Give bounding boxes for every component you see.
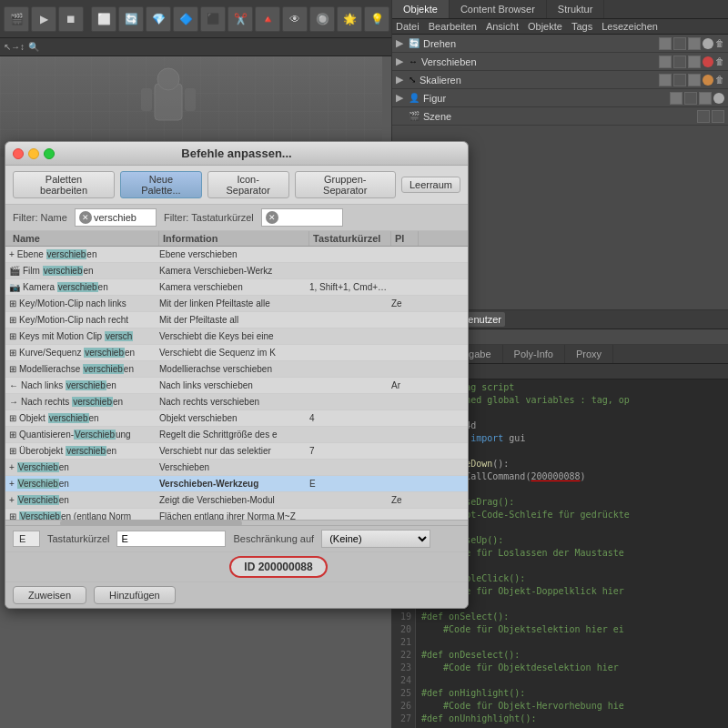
main-area: ↖→↕ 🔍 Befehle anpassen. [0,0,391,728]
shortcut-input[interactable] [116,531,226,547]
shortcut-label: Tastaturkürzel [47,533,109,544]
dialog-titlebar: Befehle anpassen... [5,142,468,166]
table-row[interactable]: ⊞Key/Motion-Clip nach links Mit der link… [5,296,468,312]
table-row[interactable]: 🎬Film verschieben Kamera Verschieben-Wer… [5,263,468,279]
dialog-toolbar: Paletten bearbeiten Neue Palette... Icon… [5,166,468,205]
table-row[interactable]: ←Nach links verschieben Nach links versc… [5,378,468,394]
filter-key-clear[interactable]: ✕ [266,211,278,224]
table-row[interactable]: ⊞Überobjekt verschieben Verschiebt nur d… [5,443,468,460]
column-info: Information [159,231,309,246]
svg-rect-3 [141,88,152,111]
table-row[interactable]: ⊞Key/Motion-Clip nach recht Mit der Pfei… [5,312,468,329]
object-row-szene[interactable]: ▶ 🎬 Szene [392,107,728,126]
mini-toolbar: ↖→↕ 🔍 [0,38,391,56]
minimize-button[interactable] [28,148,39,159]
leerraum-button[interactable]: Leerraum [401,177,460,193]
object-row-verschieben[interactable]: ▶ ↔ Verschieben 🗑 [392,53,728,71]
table-row[interactable]: ⊞Keys mit Motion Clip versch Verschiebt … [5,329,468,345]
column-pl: Pl [391,231,419,246]
menu-datei[interactable]: Datei [396,21,420,32]
menu-objekte[interactable]: Objekte [528,21,562,32]
dialog-window-controls [13,148,55,159]
object-row-figur[interactable]: ▶ 👤 Figur [392,89,728,107]
right-top-tabs: Objekte Content Browser Struktur [392,0,728,19]
filter-row: Filter: Name ✕ verschieb Filter: Tastatu… [5,205,468,231]
svg-point-2 [157,68,179,90]
restrict-select[interactable]: (Keine) [321,530,430,548]
table-row[interactable]: ⊞Verschieben (entlang Norm Flächen entla… [5,509,468,520]
menu-ansicht[interactable]: Ansicht [486,21,519,32]
table-row[interactable]: +Verschieben Verschieben [5,460,468,476]
table-row[interactable]: ⊞Kurve/Sequenz verschieben Verschiebt di… [5,345,468,361]
filter-key-label: Filter: Tastaturkürzel [164,212,254,223]
filter-name-input[interactable]: ✕ verschieb [75,208,157,227]
paletten-button[interactable]: Paletten bearbeiten [13,171,115,198]
command-dialog: Befehle anpassen... Paletten bearbeiten … [5,141,469,609]
table-row[interactable]: +Ebene verschieben Ebene verschieben [5,247,468,263]
svg-rect-4 [185,88,196,111]
object-row-skalieren[interactable]: ▶ ⤡ Skalieren 🗑 [392,71,728,89]
object-row-drehen[interactable]: ▶ 🔄 Drehen 🗑 [392,35,728,53]
filter-name-label: Filter: Name [13,212,67,223]
table-body: +Ebene verschieben Ebene verschieben 🎬Fi… [5,247,468,520]
neue-palette-button[interactable]: Neue Palette... [120,171,202,198]
dialog-title: Befehle anpassen... [181,147,291,160]
dialog-status: E Tastaturkürzel Beschränkung auf (Keine… [5,525,468,551]
table-row[interactable]: ⊞Modellierachse verschieben Modellierach… [5,361,468,378]
id-badge: ID 200000088 [229,556,327,578]
table-row[interactable]: ⊞Quantisieren-Verschiebung Regelt die Sc… [5,427,468,443]
key-shortcut-display: E [13,531,40,547]
script-tab-polyinfo[interactable]: Poly-Info [503,345,565,363]
id-section: ID 200000088 [5,551,468,581]
restrict-label: Beschränkung auf [233,533,314,544]
table-row[interactable]: 📷Kamera verschieben Kamera verschieben 1… [5,279,468,296]
filter-name-clear[interactable]: ✕ [79,211,92,224]
column-key: Tastaturkürzel [309,231,391,246]
table-row-highlighted[interactable]: +Verschieben Verschieben-Werkzeug E [5,476,468,492]
menu-lesezeichen[interactable]: Lesezeichen [602,21,658,32]
zuweisen-button[interactable]: Zuweisen [13,586,86,604]
script-tab-proxy[interactable]: Proxy [565,345,613,363]
filter-key-input[interactable]: ✕ [261,208,343,227]
tab-content-browser[interactable]: Content Browser [450,0,547,18]
close-button[interactable] [13,148,24,159]
hinzufuegen-button[interactable]: Hinzufügen [94,586,176,604]
column-name: Name [9,231,159,246]
table-header: Name Information Tastaturkürzel Pl [5,231,468,247]
mini-zoom-icon[interactable]: 🔍 [28,42,39,52]
gruppen-sep-button[interactable]: Gruppen-Separator [295,171,396,198]
maximize-button[interactable] [44,148,55,159]
menu-tags[interactable]: Tags [571,21,592,32]
tab-struktur[interactable]: Struktur [547,0,605,18]
action-buttons: Zuweisen Hinzufügen [5,581,468,608]
filter-name-value: verschieb [94,212,136,223]
objects-menu: Datei Bearbeiten Ansicht Objekte Tags Le… [392,19,728,35]
tab-objekte[interactable]: Objekte [392,0,450,18]
table-row[interactable]: ⊞Objekt verschieben Objekt verschieben 4 [5,410,468,427]
table-row[interactable]: +Verschieben Zeigt die Verschieben-Modul… [5,492,468,509]
mini-nav-icon[interactable]: ↖→↕ [4,42,25,52]
table-row[interactable]: →Nach rechts verschieben Nach rechts ver… [5,394,468,410]
menu-bearbeiten[interactable]: Bearbeiten [429,21,477,32]
icon-sep-button[interactable]: Icon-Separator [207,171,289,198]
